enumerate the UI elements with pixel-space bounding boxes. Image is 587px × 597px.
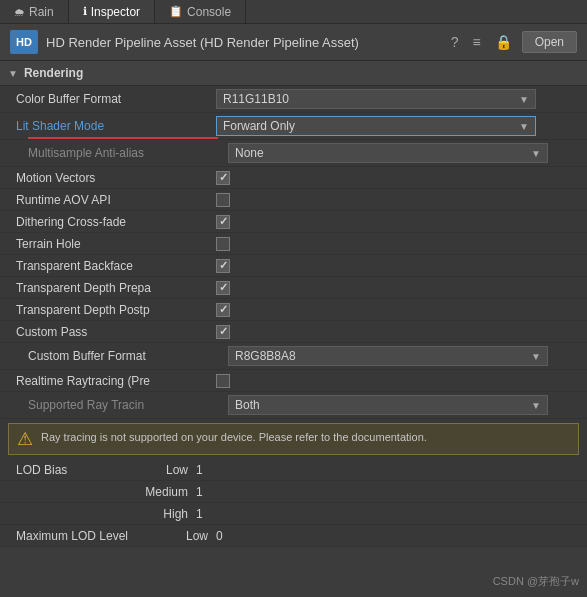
motion-vectors-row: Motion Vectors — [0, 167, 587, 189]
msaa-dropdown-value: None — [235, 146, 264, 160]
msaa-value: None ▼ — [228, 143, 579, 163]
custom-buffer-format-label: Custom Buffer Format — [28, 349, 228, 363]
lit-shader-mode-dropdown-arrow: ▼ — [519, 121, 529, 132]
runtime-aov-value — [216, 193, 579, 207]
custom-buffer-format-value: R8G8B8A8 ▼ — [228, 346, 579, 366]
runtime-aov-checkbox[interactable] — [216, 193, 230, 207]
dithering-label: Dithering Cross-fade — [16, 215, 216, 229]
tab-rain-label: Rain — [29, 5, 54, 19]
color-buffer-format-dropdown-value: R11G11B10 — [223, 92, 289, 106]
supported-ray-tracing-value: Both ▼ — [228, 395, 579, 415]
lod-bias-low-value: 1 — [196, 463, 256, 477]
custom-pass-value — [216, 325, 579, 339]
msaa-row: Multisample Anti-alias None ▼ — [0, 140, 587, 167]
transparent-depth-pre-value — [216, 281, 579, 295]
tab-bar: 🌧 Rain ℹ Inspector 📋 Console — [0, 0, 587, 24]
transparent-depth-post-checkbox[interactable] — [216, 303, 230, 317]
max-lod-low-value: 0 — [216, 529, 276, 543]
warning-box: ⚠ Ray tracing is not supported on your d… — [8, 423, 579, 455]
rendering-section-title: Rendering — [24, 66, 83, 80]
header: HD HD Render Pipeline Asset (HD Render P… — [0, 24, 587, 61]
console-icon: 📋 — [169, 5, 183, 18]
transparent-depth-pre-row: Transparent Depth Prepa — [0, 277, 587, 299]
dithering-checkbox[interactable] — [216, 215, 230, 229]
lit-shader-mode-label: Lit Shader Mode — [16, 119, 216, 133]
dithering-row: Dithering Cross-fade — [0, 211, 587, 233]
dithering-value — [216, 215, 579, 229]
max-lod-label: Maximum LOD Level — [16, 529, 156, 543]
custom-pass-checkbox[interactable] — [216, 325, 230, 339]
transparent-backface-checkbox[interactable] — [216, 259, 230, 273]
warning-text: Ray tracing is not supported on your dev… — [41, 430, 427, 445]
inspector-panel: ▼ Rendering Color Buffer Format R11G11B1… — [0, 61, 587, 547]
max-lod-low-label: Low — [156, 529, 216, 543]
terrain-hole-value — [216, 237, 579, 251]
supported-ray-tracing-dropdown-value: Both — [235, 398, 260, 412]
transparent-depth-post-label: Transparent Depth Postp — [16, 303, 216, 317]
lod-bias-label: LOD Bias — [16, 463, 136, 477]
header-title: HD Render Pipeline Asset (HD Render Pipe… — [46, 35, 359, 50]
settings-icon[interactable]: ≡ — [468, 32, 484, 52]
lod-bias-medium-row: Medium 1 — [0, 481, 587, 503]
color-buffer-format-label: Color Buffer Format — [16, 92, 216, 106]
color-buffer-format-row: Color Buffer Format R11G11B10 ▼ — [0, 86, 587, 113]
lod-bias-medium-value: 1 — [196, 485, 256, 499]
supported-ray-tracing-dropdown-arrow: ▼ — [531, 400, 541, 411]
terrain-hole-row: Terrain Hole — [0, 233, 587, 255]
lit-shader-mode-dropdown[interactable]: Forward Only ▼ — [216, 116, 536, 136]
msaa-label: Multisample Anti-alias — [28, 146, 228, 160]
lit-shader-mode-value: Forward Only ▼ — [216, 116, 579, 136]
motion-vectors-value — [216, 171, 579, 185]
motion-vectors-checkbox[interactable] — [216, 171, 230, 185]
terrain-hole-label: Terrain Hole — [16, 237, 216, 251]
rain-icon: 🌧 — [14, 6, 25, 18]
lock-icon[interactable]: 🔒 — [491, 32, 516, 52]
color-buffer-format-dropdown[interactable]: R11G11B10 ▼ — [216, 89, 536, 109]
terrain-hole-checkbox[interactable] — [216, 237, 230, 251]
lod-bias-high-value: 1 — [196, 507, 256, 521]
realtime-raytracing-label: Realtime Raytracing (Pre — [16, 374, 216, 388]
lod-bias-low-label: Low — [136, 463, 196, 477]
warning-icon: ⚠ — [17, 430, 33, 448]
rendering-section-header[interactable]: ▼ Rendering — [0, 61, 587, 86]
supported-ray-tracing-row: Supported Ray Tracin Both ▼ — [0, 392, 587, 419]
custom-buffer-format-dropdown[interactable]: R8G8B8A8 ▼ — [228, 346, 548, 366]
header-left: HD HD Render Pipeline Asset (HD Render P… — [10, 30, 359, 54]
transparent-depth-pre-checkbox[interactable] — [216, 281, 230, 295]
runtime-aov-row: Runtime AOV API — [0, 189, 587, 211]
tab-console-label: Console — [187, 5, 231, 19]
tab-rain[interactable]: 🌧 Rain — [0, 0, 69, 23]
transparent-depth-pre-label: Transparent Depth Prepa — [16, 281, 216, 295]
tab-inspector-label: Inspector — [91, 5, 140, 19]
tab-console[interactable]: 📋 Console — [155, 0, 246, 23]
custom-buffer-format-dropdown-value: R8G8B8A8 — [235, 349, 296, 363]
motion-vectors-label: Motion Vectors — [16, 171, 216, 185]
custom-pass-row: Custom Pass — [0, 321, 587, 343]
realtime-raytracing-row: Realtime Raytracing (Pre — [0, 370, 587, 392]
help-icon[interactable]: ? — [447, 32, 463, 52]
lit-shader-mode-row: Lit Shader Mode Forward Only ▼ — [0, 113, 587, 140]
transparent-depth-post-value — [216, 303, 579, 317]
header-actions: ? ≡ 🔒 Open — [447, 31, 577, 53]
runtime-aov-label: Runtime AOV API — [16, 193, 216, 207]
color-buffer-format-dropdown-arrow: ▼ — [519, 94, 529, 105]
custom-buffer-format-dropdown-arrow: ▼ — [531, 351, 541, 362]
max-lod-row: Maximum LOD Level Low 0 — [0, 525, 587, 547]
color-buffer-format-value: R11G11B10 ▼ — [216, 89, 579, 109]
transparent-depth-post-row: Transparent Depth Postp — [0, 299, 587, 321]
tab-inspector[interactable]: ℹ Inspector — [69, 0, 155, 23]
lod-bias-medium-label: Medium — [136, 485, 196, 499]
custom-buffer-format-row: Custom Buffer Format R8G8B8A8 ▼ — [0, 343, 587, 370]
lod-bias-row: LOD Bias Low 1 — [0, 459, 587, 481]
hd-badge: HD — [10, 30, 38, 54]
realtime-raytracing-checkbox[interactable] — [216, 374, 230, 388]
lod-bias-high-row: High 1 — [0, 503, 587, 525]
realtime-raytracing-value — [216, 374, 579, 388]
transparent-backface-value — [216, 259, 579, 273]
lod-bias-high-label: High — [136, 507, 196, 521]
supported-ray-tracing-dropdown[interactable]: Both ▼ — [228, 395, 548, 415]
msaa-dropdown[interactable]: None ▼ — [228, 143, 548, 163]
open-button[interactable]: Open — [522, 31, 577, 53]
lit-shader-mode-dropdown-value: Forward Only — [223, 119, 295, 133]
inspector-icon: ℹ — [83, 5, 87, 18]
